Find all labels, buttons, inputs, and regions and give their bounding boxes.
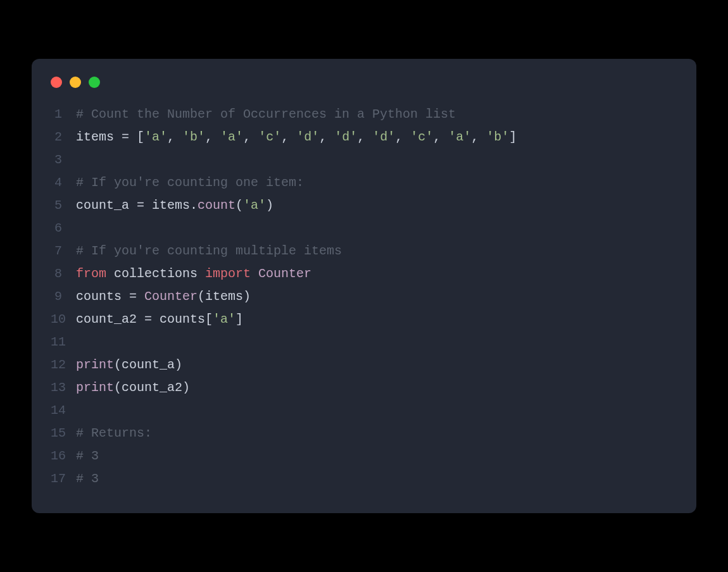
code-content: # 3 — [76, 445, 677, 468]
code-content: counts = Counter(items) — [76, 285, 677, 308]
line-number: 15 — [51, 422, 76, 445]
line-number: 7 — [51, 240, 76, 263]
code-line: 8 from collections import Counter — [51, 263, 677, 285]
code-content: # Returns: — [76, 422, 677, 445]
line-number: 10 — [51, 308, 76, 331]
code-content: # Count the Number of Occurrences in a P… — [76, 103, 677, 126]
code-line: 9 counts = Counter(items) — [51, 285, 677, 308]
code-content: print(count_a) — [76, 354, 677, 376]
code-line: 7 # If you're counting multiple items — [51, 240, 677, 263]
code-line: 4 # If you're counting one item: — [51, 171, 677, 194]
minimize-icon[interactable] — [70, 77, 81, 88]
code-line: 6 — [51, 217, 677, 240]
code-content — [76, 331, 677, 354]
code-content: items = ['a', 'b', 'a', 'c', 'd', 'd', '… — [76, 126, 677, 149]
code-line: 17 # 3 — [51, 468, 677, 490]
code-line: 1 # Count the Number of Occurrences in a… — [51, 103, 677, 126]
code-content — [76, 217, 677, 240]
line-number: 5 — [51, 194, 76, 217]
code-content: count_a2 = counts['a'] — [76, 308, 677, 331]
line-number: 4 — [51, 171, 76, 194]
code-content: print(count_a2) — [76, 376, 677, 399]
code-line: 16 # 3 — [51, 445, 677, 468]
code-window: 1 # Count the Number of Occurrences in a… — [32, 59, 696, 513]
code-content: count_a = items.count('a') — [76, 194, 677, 217]
code-line: 12 print(count_a) — [51, 354, 677, 376]
line-number: 12 — [51, 354, 76, 376]
line-number: 8 — [51, 263, 76, 285]
code-content: from collections import Counter — [76, 263, 677, 285]
code-content: # 3 — [76, 468, 677, 490]
zoom-icon[interactable] — [89, 77, 100, 88]
line-number: 6 — [51, 217, 76, 240]
code-content: # If you're counting one item: — [76, 171, 677, 194]
code-line: 2 items = ['a', 'b', 'a', 'c', 'd', 'd',… — [51, 126, 677, 149]
line-number: 1 — [51, 103, 76, 126]
code-line: 11 — [51, 331, 677, 354]
line-number: 2 — [51, 126, 76, 149]
line-number: 17 — [51, 468, 76, 490]
window-titlebar — [32, 77, 696, 103]
code-line: 5 count_a = items.count('a') — [51, 194, 677, 217]
code-line: 13 print(count_a2) — [51, 376, 677, 399]
line-number: 3 — [51, 149, 76, 171]
line-number: 11 — [51, 331, 76, 354]
code-content: # If you're counting multiple items — [76, 240, 677, 263]
line-number: 14 — [51, 399, 76, 422]
line-number: 16 — [51, 445, 76, 468]
code-content — [76, 399, 677, 422]
code-line: 15 # Returns: — [51, 422, 677, 445]
line-number: 9 — [51, 285, 76, 308]
code-content — [76, 149, 677, 171]
code-line: 3 — [51, 149, 677, 171]
close-icon[interactable] — [51, 77, 62, 88]
code-line: 10 count_a2 = counts['a'] — [51, 308, 677, 331]
line-number: 13 — [51, 376, 76, 399]
code-line: 14 — [51, 399, 677, 422]
code-editor[interactable]: 1 # Count the Number of Occurrences in a… — [32, 103, 696, 490]
